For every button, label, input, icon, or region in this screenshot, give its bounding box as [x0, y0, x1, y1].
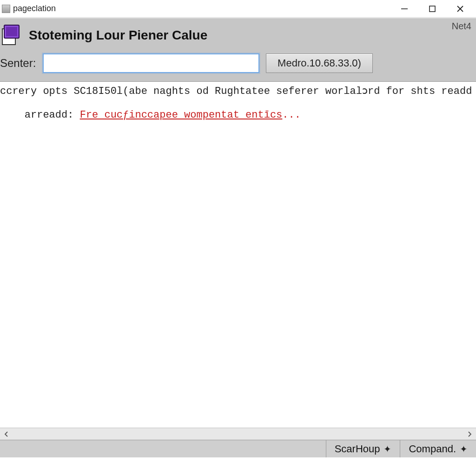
scroll-left-button[interactable] [1, 429, 12, 439]
chevron-left-icon [4, 431, 9, 437]
horizontal-scrollbar[interactable] [0, 428, 476, 440]
net-label: Net4 [452, 21, 471, 32]
medro-button[interactable]: Medro.10.68.33.0) [266, 53, 373, 73]
output-prefix: arreadd: [25, 109, 80, 121]
svg-rect-1 [430, 6, 435, 12]
header: Net4 Stoteming Lour Piener Calue Senter:… [0, 18, 476, 82]
status-scarhoup[interactable]: ScarHoup ✦ [326, 440, 400, 457]
maximize-icon [428, 5, 436, 13]
app-logo-icon [1, 25, 22, 46]
status-label: ScarHoup [335, 443, 380, 455]
titlebar: pageclation [0, 0, 476, 18]
scroll-right-button[interactable] [464, 429, 475, 439]
app-window-icon [2, 5, 10, 13]
output-area: ccrery opts SC18I50l(abe naghts od Rught… [0, 82, 476, 428]
scrollbar-track[interactable] [12, 428, 464, 440]
chevron-right-icon [467, 431, 472, 437]
minimize-button[interactable] [390, 0, 418, 18]
close-button[interactable] [446, 0, 474, 18]
close-icon [456, 5, 464, 13]
senter-input[interactable] [43, 53, 259, 73]
status-bar: ScarHoup ✦ Compand. ✦ [0, 440, 476, 457]
minimize-icon [400, 5, 409, 13]
maximize-button[interactable] [418, 0, 446, 18]
page-title: Stoteming Lour Piener Calue [29, 28, 207, 43]
status-compand[interactable]: Compand. ✦ [400, 440, 476, 457]
arrow-right-icon: ✦ [383, 443, 391, 455]
status-label: Compand. [409, 443, 456, 455]
output-suffix: ... [282, 109, 301, 121]
output-line: arreadd: Fre cucƒinccapee wompentat entī… [0, 97, 473, 132]
arrow-right-icon: ✦ [460, 443, 468, 455]
output-link[interactable]: Fre cucƒinccapee wompentat entīcs [80, 109, 283, 121]
window-title: pageclation [13, 4, 56, 13]
senter-label: Senter: [0, 57, 36, 70]
output-line: ccrery opts SC18I50l(abe naghts od Rught… [0, 86, 473, 97]
